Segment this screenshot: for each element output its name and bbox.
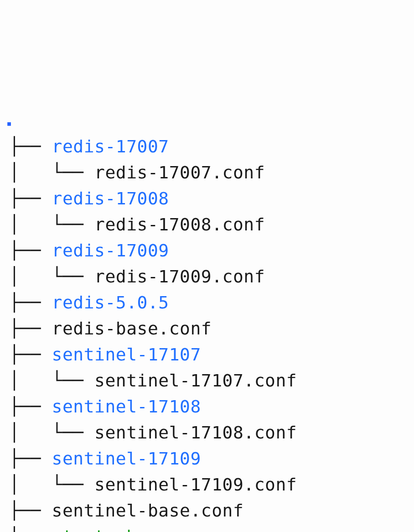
branch-glyph: ├── <box>9 136 52 156</box>
directory-tree: ├── redis-17007│ └── redis-17007.conf├──… <box>9 134 410 532</box>
branch-glyph: ├── <box>9 318 52 339</box>
branch-glyph: │ └── <box>9 162 94 183</box>
branch-glyph: │ └── <box>9 266 94 287</box>
file-name: redis-base.conf <box>52 318 212 339</box>
tree-row: ├── redis-17008 <box>9 186 410 212</box>
tree-row: ├── sentinel-17107 <box>9 342 410 368</box>
tree-row: ├── start.sh <box>9 524 410 532</box>
tree-row: ├── sentinel-17109 <box>9 446 410 472</box>
branch-glyph: ├── <box>9 527 52 532</box>
branch-glyph: ├── <box>9 396 52 417</box>
file-name: sentinel-17108.conf <box>94 422 297 443</box>
tree-row: │ └── sentinel-17109.conf <box>9 472 410 498</box>
root-dot-icon: ▪ <box>6 119 12 128</box>
branch-glyph: │ └── <box>9 422 94 443</box>
branch-glyph: ├── <box>9 240 52 261</box>
directory-name: sentinel-17109 <box>52 449 201 469</box>
branch-glyph: ├── <box>9 188 52 209</box>
branch-glyph: │ └── <box>9 370 94 391</box>
directory-name: redis-17007 <box>52 136 169 156</box>
branch-glyph: ├── <box>9 344 52 365</box>
directory-name: redis-17009 <box>52 240 169 261</box>
branch-glyph: │ └── <box>9 214 94 235</box>
tree-row: ├── redis-base.conf <box>9 316 410 342</box>
tree-row: ├── redis-17007 <box>9 134 410 160</box>
tree-row: ├── sentinel-17108 <box>9 394 410 420</box>
tree-row: │ └── redis-17007.conf <box>9 160 410 186</box>
file-name: sentinel-base.conf <box>52 501 244 521</box>
directory-name: sentinel-17107 <box>52 344 201 365</box>
file-name: redis-17009.conf <box>94 266 265 287</box>
file-name: sentinel-17109.conf <box>94 475 297 495</box>
directory-name: redis-17008 <box>52 188 169 209</box>
file-name: redis-17008.conf <box>94 214 265 235</box>
tree-row: │ └── sentinel-17108.conf <box>9 420 410 446</box>
tree-row: │ └── sentinel-17107.conf <box>9 368 410 394</box>
branch-glyph: │ └── <box>9 475 94 495</box>
file-name: sentinel-17107.conf <box>94 370 297 391</box>
tree-row: ├── redis-5.0.5 <box>9 290 410 316</box>
branch-glyph: ├── <box>9 449 52 469</box>
branch-glyph: ├── <box>9 292 52 313</box>
directory-name: redis-5.0.5 <box>52 292 169 313</box>
tree-row: │ └── redis-17008.conf <box>9 212 410 238</box>
executable-name: start.sh <box>52 527 137 532</box>
file-name: redis-17007.conf <box>94 162 265 183</box>
tree-row: │ └── redis-17009.conf <box>9 264 410 290</box>
tree-row: ├── redis-17009 <box>9 238 410 264</box>
tree-row: ├── sentinel-base.conf <box>9 498 410 524</box>
directory-name: sentinel-17108 <box>52 396 201 417</box>
branch-glyph: ├── <box>9 501 52 521</box>
